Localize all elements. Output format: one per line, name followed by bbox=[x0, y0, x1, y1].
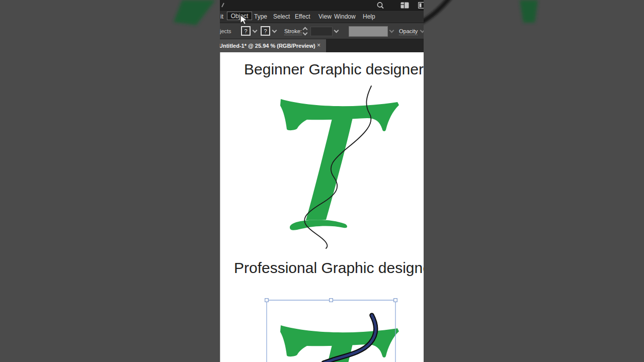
tab-close-icon[interactable]: × bbox=[317, 42, 320, 49]
illustrator-window: it Object Type Select Effect View Window… bbox=[220, 0, 424, 362]
artboard: Beginner Graphic designer Professional G… bbox=[220, 52, 424, 362]
fill-swatch-button[interactable]: ? bbox=[241, 26, 251, 36]
stroke-weight-field[interactable] bbox=[310, 27, 333, 36]
workspace-switcher-icon[interactable] bbox=[400, 2, 409, 9]
panel-icon[interactable] bbox=[418, 2, 424, 9]
menu-item-edit-partial[interactable]: it bbox=[220, 13, 223, 20]
handle-top-left[interactable] bbox=[265, 299, 269, 302]
handle-top-right[interactable] bbox=[394, 299, 397, 302]
document-tab-title: Untitled-1* @ 25.94 % (RGB/Preview) bbox=[220, 43, 315, 49]
menu-item-type[interactable]: Type bbox=[254, 13, 267, 20]
control-bar: jects ? ? Stroke: Opacity bbox=[220, 23, 424, 39]
stroke-swatch-value: ? bbox=[264, 28, 267, 34]
opacity-chevron-icon[interactable] bbox=[420, 28, 424, 33]
document-tabbar: Untitled-1* @ 25.94 % (RGB/Preview) × bbox=[220, 39, 424, 52]
blurred-curve-right bbox=[420, 0, 451, 23]
opacity-label[interactable]: Opacity bbox=[399, 28, 418, 35]
menu-item-window[interactable]: Window bbox=[334, 13, 356, 20]
blurred-green-shape-right bbox=[520, 0, 538, 23]
width-profile-chevron-icon[interactable] bbox=[389, 28, 394, 33]
video-frame: it Object Type Select Effect View Window… bbox=[0, 0, 644, 362]
stroke-weight-chevron-icon[interactable] bbox=[334, 28, 339, 33]
stroke-swatch-button[interactable]: ? bbox=[261, 26, 270, 36]
fill-dropdown-chevron-icon[interactable] bbox=[253, 28, 258, 33]
menu-item-select[interactable]: Select bbox=[273, 13, 290, 20]
search-icon[interactable] bbox=[376, 2, 384, 10]
letter-t-beginner[interactable] bbox=[280, 99, 399, 230]
titlebar bbox=[220, 0, 424, 11]
stroke-weight-label[interactable]: Stroke: bbox=[284, 28, 302, 35]
mouse-cursor bbox=[240, 15, 248, 25]
artwork-layer bbox=[220, 52, 424, 362]
stroke-dropdown-chevron-icon[interactable] bbox=[272, 28, 277, 33]
handle-top-center[interactable] bbox=[330, 299, 333, 302]
selection-type-label: jects bbox=[220, 28, 231, 34]
blurred-green-shape-left bbox=[174, 0, 215, 25]
menu-item-help[interactable]: Help bbox=[363, 13, 375, 20]
partial-icon bbox=[220, 0, 226, 9]
menubar: it Object Type Select Effect View Window… bbox=[220, 11, 424, 23]
menu-item-view[interactable]: View bbox=[318, 13, 332, 20]
menu-item-effect[interactable]: Effect bbox=[295, 13, 310, 20]
width-profile-field[interactable] bbox=[349, 26, 388, 37]
stroke-stepper-down-icon[interactable] bbox=[303, 31, 308, 36]
document-tab[interactable]: Untitled-1* @ 25.94 % (RGB/Preview) × bbox=[220, 39, 326, 52]
menu-item-object[interactable]: Object bbox=[227, 12, 252, 20]
fill-swatch-value: ? bbox=[244, 28, 247, 34]
